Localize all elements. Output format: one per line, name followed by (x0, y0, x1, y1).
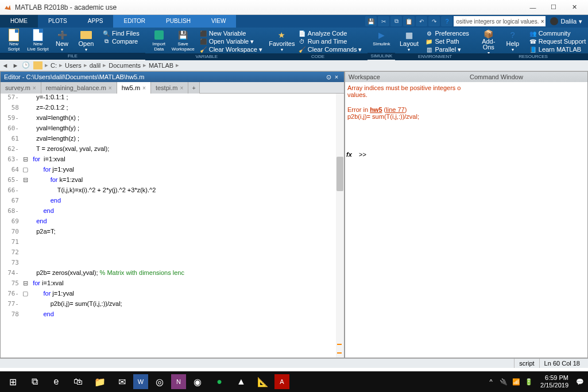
set-path-button[interactable]: 📁Set Path (424, 37, 470, 45)
mail-icon[interactable]: ✉ (111, 373, 132, 390)
file-tab[interactable]: hw5.m× (117, 82, 151, 94)
add-tab-button[interactable]: + (188, 82, 200, 94)
tab-apps[interactable]: APPS (78, 15, 114, 28)
preferences-button[interactable]: ⚙Preferences (424, 29, 470, 37)
crumb[interactable]: Documents (106, 62, 143, 69)
tab-publish[interactable]: PUBLISH (156, 15, 201, 28)
new-live-script-button[interactable]: New Live Script (26, 29, 49, 53)
nav-fwd-button[interactable]: ► (10, 61, 21, 70)
edge-icon[interactable]: e (46, 373, 67, 390)
app-icon[interactable]: ◎ (149, 373, 170, 390)
explorer-icon[interactable]: 📁 (90, 373, 110, 390)
word-icon[interactable]: W (133, 374, 148, 389)
spotify-icon[interactable]: ● (209, 373, 230, 390)
crumb[interactable]: dalil (87, 62, 103, 69)
new-variable-button[interactable]: ⬛New Variable (198, 29, 264, 37)
parallel-button[interactable]: ▥Parallel ▾ (424, 45, 470, 53)
tab-editor[interactable]: EDITOR (113, 15, 156, 28)
status-bar: script Ln 60 Col 18 (0, 358, 588, 368)
tab-home[interactable]: HOME (0, 15, 38, 28)
crumb[interactable]: Users (63, 62, 84, 69)
clear-commands-button[interactable]: 🧹Clear Commands ▾ (297, 45, 363, 53)
tray-up-icon[interactable]: ^ (485, 378, 497, 385)
command-window[interactable]: Array indices must be positive integers … (345, 82, 587, 358)
tray-power-icon[interactable]: 🔌 (498, 378, 509, 386)
maximize-button[interactable]: ☐ (543, 2, 564, 13)
matlab-taskbar-icon[interactable]: 📐 (253, 373, 273, 390)
open-button[interactable]: Open▾ (75, 29, 98, 53)
qat-cut-icon[interactable]: ✂ (378, 16, 389, 26)
taskview-icon[interactable]: ⧉ (24, 373, 45, 390)
save-workspace-button[interactable]: 💾Save Workspace (172, 29, 195, 53)
chrome-icon[interactable]: ◉ (187, 373, 208, 390)
minimize-button[interactable]: — (523, 2, 543, 13)
panel-actions-icon[interactable]: ⊙ (324, 73, 332, 81)
matlab-logo-icon (3, 3, 11, 11)
file-tab[interactable]: survey.m× (1, 82, 41, 94)
group-file-label: FILE (0, 53, 145, 60)
window-title: MATLAB R2018b - academic use (15, 3, 523, 11)
user-menu[interactable]: Dalila ▾ (547, 17, 586, 25)
new-script-button[interactable]: New Script (2, 29, 25, 53)
workspace-header[interactable]: Workspace (345, 72, 466, 82)
close-tab-icon[interactable]: × (180, 85, 183, 91)
tab-plots[interactable]: PLOTS (38, 15, 78, 28)
folder-icon[interactable] (33, 61, 42, 69)
learn-button[interactable]: 📘Learn MATLAB (528, 45, 587, 53)
clear-workspace-button[interactable]: 🧹Clear Workspace ▾ (198, 45, 264, 53)
app-icon[interactable]: ▲ (231, 373, 252, 390)
run-and-time-button[interactable]: ⏱Run and Time (297, 37, 363, 45)
close-button[interactable]: ✕ (564, 2, 585, 13)
fx-icon[interactable]: fx (346, 151, 352, 158)
crumb[interactable]: C: (48, 62, 59, 69)
status-lncol: Ln 60 Col 18 (539, 359, 585, 368)
compare-button[interactable]: ⧉Compare (101, 37, 141, 45)
analyze-code-button[interactable]: 📄Analyze Code (297, 29, 363, 37)
layout-button[interactable]: ▦Layout▾ (397, 29, 420, 53)
qat-paste-icon[interactable]: 📋 (403, 16, 415, 26)
acrobat-icon[interactable]: A (274, 374, 289, 389)
addons-button[interactable]: 📦Add-Ons▾ (477, 29, 500, 53)
simulink-button[interactable]: ▶Simulink (370, 29, 393, 53)
qat-help-icon[interactable]: ? (441, 16, 452, 26)
group-simulink-label: SIMULINK (368, 53, 395, 60)
scrollbar-thumb[interactable] (336, 157, 343, 191)
qat-redo-icon[interactable]: ↷ (428, 16, 440, 26)
error-text: values. (347, 91, 585, 98)
find-files-button[interactable]: 🔍Find Files (101, 29, 141, 37)
crumb[interactable]: MATLAB (146, 62, 176, 69)
ribbon-tabstrip: HOME PLOTS APPS EDITOR PUBLISH VIEW 💾 ✂ … (0, 15, 588, 28)
code-editor[interactable]: 57- y=-1:0.1:1 ;58 z=-2:0.1:2 ;59- xval=… (1, 94, 344, 358)
qat-copy-icon[interactable]: ⧉ (390, 16, 402, 26)
nav-back-button[interactable]: ◄ (0, 61, 10, 70)
import-data-button[interactable]: Import Data (148, 29, 171, 53)
qat-undo-icon[interactable]: ↶ (416, 16, 427, 26)
editor-header[interactable]: Editor - C:\Users\dalil\Documents\MATLAB… (1, 72, 344, 82)
onenote-icon[interactable]: N (171, 374, 186, 389)
tab-view[interactable]: VIEW (201, 15, 237, 28)
support-button[interactable]: ☎Request Support (528, 37, 587, 45)
tray-wifi-icon[interactable]: 📶 (510, 378, 522, 386)
group-resources-label: RESOURCES (475, 53, 588, 60)
close-tab-icon[interactable]: × (33, 85, 36, 91)
store-icon[interactable]: 🛍 (68, 373, 88, 390)
group-environment-label: ENVIRONMENT (395, 53, 474, 60)
qat-save-icon[interactable]: 💾 (365, 16, 377, 26)
open-variable-button[interactable]: ⬛Open Variable ▾ (198, 37, 264, 45)
nav-up-button[interactable]: 🕒 (21, 61, 31, 70)
notifications-icon[interactable]: 💬 (574, 378, 586, 386)
editor-panel: Editor - C:\Users\dalil\Documents\MATLAB… (0, 71, 345, 358)
new-button[interactable]: ➕New▾ (51, 29, 74, 53)
close-tab-icon[interactable]: × (142, 85, 146, 91)
start-button[interactable]: ⊞ (2, 373, 23, 390)
cmdwin-header[interactable]: Command Window (466, 72, 587, 82)
close-tab-icon[interactable]: × (109, 85, 112, 91)
community-button[interactable]: 👥Community (528, 29, 587, 37)
favorites-button[interactable]: ★Favorites▾ (270, 29, 293, 53)
system-clock[interactable]: 6:59 PM2/15/2019 (536, 374, 573, 389)
search-docs-input[interactable]: ositive integers or logical values. (454, 16, 546, 26)
file-tab[interactable]: testpi.m× (151, 82, 188, 94)
help-button[interactable]: ?Help▾ (501, 29, 524, 53)
file-tab[interactable]: remaining_balance.m× (41, 82, 117, 94)
tray-battery-icon[interactable]: 🔋 (523, 378, 535, 386)
